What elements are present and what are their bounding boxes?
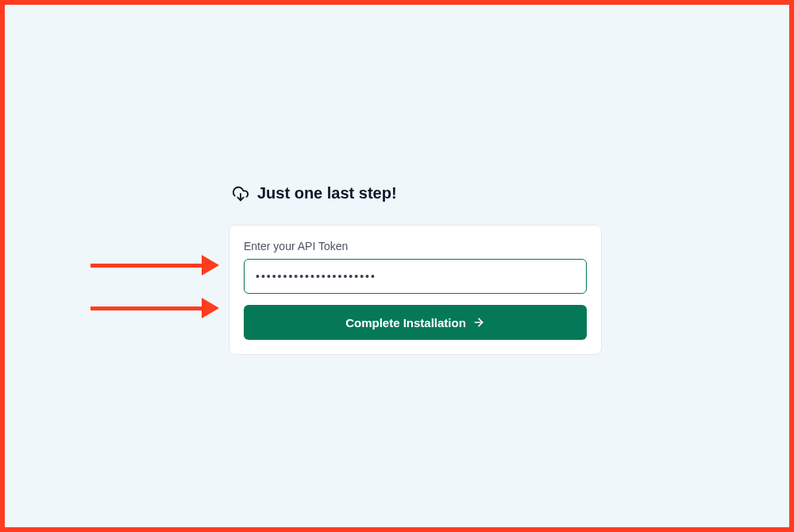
complete-installation-button[interactable]: Complete Installation <box>244 305 587 340</box>
token-card: Enter your API Token Complete Installati… <box>229 225 602 355</box>
submit-button-label: Complete Installation <box>345 316 466 330</box>
api-token-input[interactable] <box>244 259 587 294</box>
arrow-right-icon <box>472 316 485 329</box>
heading-title: Just one last step! <box>257 184 397 202</box>
heading: Just one last step! <box>229 184 602 202</box>
cloud-download-icon <box>232 185 249 202</box>
api-token-label: Enter your API Token <box>244 240 587 253</box>
annotation-arrow-input <box>91 255 219 276</box>
annotation-arrow-button <box>91 298 219 318</box>
install-step-container: Just one last step! Enter your API Token… <box>229 184 602 355</box>
